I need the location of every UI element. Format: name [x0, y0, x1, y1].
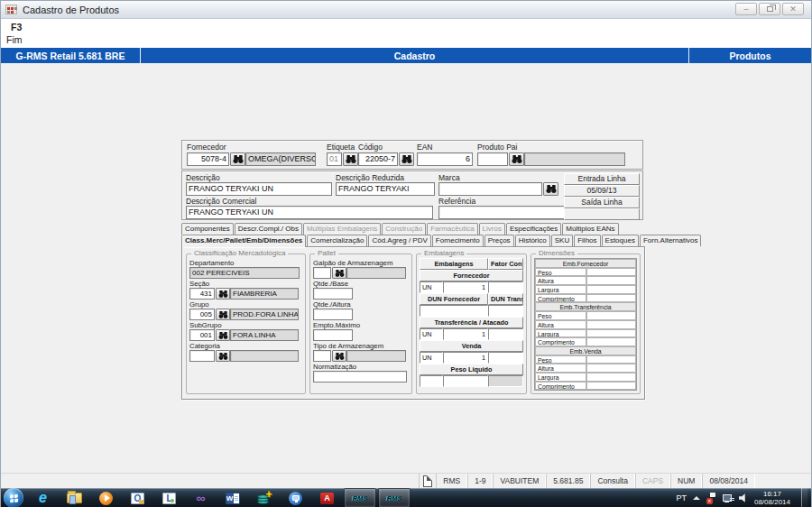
venda-qty-input[interactable]: 1	[443, 352, 488, 364]
tab-multiplos-eans[interactable]: Múltiplos EANs	[562, 223, 618, 235]
produto-pai-search-button[interactable]	[509, 152, 524, 166]
grupo-search-button[interactable]	[216, 309, 230, 320]
galpao-search-button[interactable]	[332, 267, 346, 279]
lync-button[interactable]: L	[153, 488, 185, 507]
categoria-search-button[interactable]	[216, 350, 230, 362]
minimize-button[interactable]: –	[735, 3, 757, 15]
file-explorer-button[interactable]	[59, 488, 90, 507]
tab-estoques[interactable]: Estoques	[602, 235, 639, 246]
rms-session-1-button[interactable]: RMS	[344, 488, 376, 507]
qtde-altura-input[interactable]	[313, 309, 353, 320]
visual-studio-button[interactable]: ∞	[185, 488, 217, 507]
tray-date: 08/08/2014	[754, 498, 790, 506]
etiqueta-search-button[interactable]	[343, 152, 358, 166]
start-button[interactable]	[4, 488, 23, 507]
menu-item-f3[interactable]: F3	[11, 22, 22, 32]
marca-field-group: Marca	[438, 173, 558, 196]
dun-transf-input[interactable]	[488, 305, 523, 317]
dimensoes-title: Dimensões	[536, 249, 577, 257]
language-indicator[interactable]: PT	[676, 493, 687, 502]
internet-explorer-button[interactable]: e	[27, 488, 59, 507]
descricao-reduzida-input[interactable]: FRANGO TERYAKI	[336, 182, 435, 196]
ean-input[interactable]: 6	[417, 152, 473, 166]
tipo-armazenagem-search-button[interactable]	[332, 350, 346, 362]
dim-value-input[interactable]	[586, 355, 636, 364]
tab-historico[interactable]: Histórico	[515, 235, 550, 246]
volume-icon[interactable]	[739, 493, 748, 502]
dim-value-input[interactable]	[586, 276, 636, 285]
dim-value-input[interactable]	[586, 294, 636, 303]
transferencia-qty-input[interactable]: 1	[443, 328, 488, 340]
tab-cod-agreg-pdv[interactable]: Cód.Agreg / PDV	[368, 235, 430, 246]
peso-liquido-input[interactable]	[443, 375, 488, 387]
secao-code-input[interactable]: 431	[189, 288, 215, 300]
transferencia-fator-input[interactable]	[488, 328, 523, 340]
close-button[interactable]: ✕	[782, 3, 804, 15]
secao-search-button[interactable]	[216, 288, 230, 300]
dim-value-input[interactable]	[586, 364, 636, 373]
action-center-icon[interactable]	[706, 493, 716, 503]
dim-value-input[interactable]	[586, 329, 636, 338]
fornecedor-fator-input[interactable]	[488, 281, 523, 293]
fornecedor-code-input[interactable]: 5078-4	[187, 152, 229, 166]
marca-search-button[interactable]	[543, 182, 558, 196]
venda-fator-input[interactable]	[488, 352, 523, 364]
codigo-search-button[interactable]	[399, 152, 414, 166]
show-hidden-icons-button[interactable]	[693, 496, 700, 500]
galpao-code-input[interactable]	[313, 267, 331, 279]
tab-especificacoes[interactable]: Especificações	[506, 223, 561, 235]
adobe-reader-button[interactable]: A	[311, 488, 343, 507]
descricao-comercial-input[interactable]: FRANGO TERYAKI UN	[186, 206, 433, 219]
subgrupo-search-button[interactable]	[216, 329, 230, 341]
dim-value-input[interactable]	[586, 268, 636, 277]
dim-value-input[interactable]	[586, 285, 636, 294]
tab-descr-compl-obs[interactable]: Descr.Compl./ Obs	[235, 223, 302, 235]
grupo-code-input[interactable]: 005	[189, 309, 215, 320]
tab-class-merc-pallet-emb-dimensoes[interactable]: Class.Merc/Pallet/Emb/Dimensões	[181, 235, 306, 247]
dim-value-input[interactable]	[586, 382, 636, 391]
media-player-button[interactable]	[90, 488, 122, 507]
codigo-input[interactable]: 22050-7	[358, 152, 398, 166]
tab-sku[interactable]: SKU	[551, 235, 573, 246]
tab-comercializacao[interactable]: Comercialização	[307, 235, 367, 246]
dim-value-input[interactable]	[586, 337, 636, 346]
dim-value-input[interactable]	[586, 311, 636, 320]
empto-maximo-input[interactable]	[313, 329, 353, 341]
network-icon[interactable]	[723, 494, 733, 502]
outlook-button[interactable]: O	[122, 488, 153, 507]
dim-value-input[interactable]	[586, 320, 636, 329]
dim-sec-emb-venda: Emb.Venda	[535, 346, 636, 355]
restore-button[interactable]	[759, 3, 780, 15]
binoculars-icon	[546, 185, 557, 193]
taskbar-clock[interactable]: 16:17 08/08/2014	[754, 490, 790, 506]
rms-session-2-button[interactable]: RMS	[378, 488, 411, 507]
tab-componentes[interactable]: Componentes	[181, 223, 234, 235]
subgrupo-code-input[interactable]: 001	[189, 329, 215, 341]
remote-desktop-button[interactable]	[280, 488, 311, 507]
tipo-armazenagem-code-input[interactable]	[313, 350, 331, 362]
fornecedor-qty-input[interactable]: 1	[443, 281, 488, 293]
tab-construcao: Construção	[382, 223, 426, 235]
show-desktop-button[interactable]	[801, 488, 807, 507]
saida-linha-value	[564, 208, 640, 220]
referencia-input[interactable]	[438, 206, 565, 219]
etiqueta-input[interactable]: 01	[327, 152, 342, 166]
marca-input[interactable]	[438, 182, 542, 196]
tab-fornecimento[interactable]: Fornecimento	[432, 235, 484, 246]
tab-forn-alternativos[interactable]: Forn.Alternativos	[640, 235, 701, 246]
produto-pai-input[interactable]	[477, 152, 508, 166]
tab-filhos[interactable]: Filhos	[574, 235, 600, 246]
word-button[interactable]: W	[217, 488, 248, 507]
descricao-input[interactable]: FRANGO TERYAKI UN	[186, 182, 332, 196]
normatizacao-input[interactable]	[313, 371, 407, 383]
dun-fornecedor-input[interactable]	[420, 305, 488, 317]
categoria-code-input[interactable]	[189, 350, 215, 362]
dim-value-input[interactable]	[586, 373, 636, 382]
peso-liquido-cell	[420, 375, 443, 387]
menu-item-fim[interactable]: Fim	[6, 34, 23, 45]
qtde-base-input[interactable]	[313, 288, 353, 300]
database-tool-button[interactable]: +	[248, 488, 280, 507]
transferencia-un-cell: UN	[420, 328, 443, 340]
fornecedor-search-button[interactable]	[230, 152, 245, 166]
tab-precos[interactable]: Preços	[484, 235, 514, 246]
